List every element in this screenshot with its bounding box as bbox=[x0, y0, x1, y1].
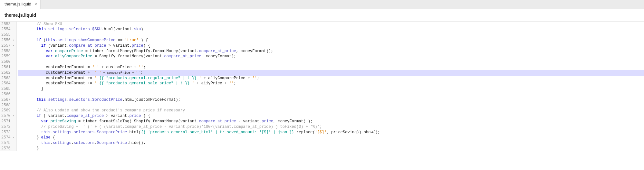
code-line[interactable]: customPriceFormat += ' ' + comparePrice … bbox=[18, 70, 644, 76]
gutter-line: 2571 bbox=[1, 119, 14, 124]
line-number: 2556 bbox=[1, 38, 11, 43]
code-line[interactable] bbox=[18, 92, 644, 97]
gutter-line: 2568 bbox=[1, 103, 14, 108]
gutter-line: 2566 bbox=[1, 92, 14, 97]
code-line[interactable]: if ( variant.compare_at_price > variant.… bbox=[18, 113, 644, 119]
line-number: 2553 bbox=[1, 22, 11, 27]
code-line[interactable] bbox=[18, 103, 644, 108]
line-number: 2576 bbox=[1, 146, 11, 151]
line-number: 2564 bbox=[1, 81, 11, 86]
code-line[interactable]: this.settings.selectors.$SKU.html(varian… bbox=[18, 27, 644, 32]
code-line[interactable]: if (variant.compare_at_price > variant.p… bbox=[18, 43, 644, 49]
code-line[interactable]: } bbox=[18, 146, 644, 151]
code-line[interactable]: this.settings.selectors.$productPrice.ht… bbox=[18, 97, 644, 103]
breadcrumb: theme.js.liquid bbox=[0, 9, 644, 22]
gutter-line: 2573 bbox=[1, 130, 14, 135]
code-line[interactable]: this.settings.selectors.$comparePrice.hi… bbox=[18, 140, 644, 146]
line-number: 2572 bbox=[1, 124, 11, 130]
code-line[interactable]: } else { bbox=[18, 135, 644, 140]
gutter-line: 2564 bbox=[1, 81, 14, 86]
tab-bar: theme.js.liquid × bbox=[0, 0, 644, 9]
line-number: 2565 bbox=[1, 86, 11, 92]
code-line[interactable]: var priceSaving = timber.formatSaleTag( … bbox=[18, 119, 644, 124]
line-number: 2559 bbox=[1, 54, 11, 59]
code-area[interactable]: // Show SKU this.settings.selectors.$SKU… bbox=[17, 22, 644, 151]
close-icon[interactable]: × bbox=[34, 1, 37, 8]
line-number: 2575 bbox=[1, 140, 11, 146]
gutter-line: 2563 bbox=[1, 76, 14, 81]
line-number: 2561 bbox=[1, 65, 11, 70]
gutter-line: 2576 bbox=[1, 146, 14, 151]
line-number: 2563 bbox=[1, 76, 11, 81]
line-number: 2567 bbox=[1, 97, 11, 103]
gutter-line: 2567 bbox=[1, 97, 14, 103]
code-line[interactable]: // Show SKU bbox=[18, 22, 644, 27]
gutter-line: 2555 bbox=[1, 32, 14, 38]
line-number: 2571 bbox=[1, 119, 11, 124]
code-line[interactable]: customPriceFormat += ' {{ "products.gene… bbox=[18, 81, 644, 86]
fold-icon[interactable]: ▾ bbox=[11, 43, 14, 49]
tab-label: theme.js.liquid bbox=[5, 1, 31, 7]
code-line[interactable]: this.settings.selectors.$comparePrice.ht… bbox=[18, 130, 644, 135]
gutter-line: 2560 bbox=[1, 59, 14, 65]
code-line[interactable]: // Also update and show the product's co… bbox=[18, 108, 644, 113]
gutter-line: 2574▾ bbox=[1, 135, 14, 140]
line-number: 2569 bbox=[1, 108, 11, 113]
line-number: 2558 bbox=[1, 49, 11, 54]
gutter-line: 2575 bbox=[1, 140, 14, 146]
gutter-line: 2557▾ bbox=[1, 43, 14, 49]
line-number: 2562 bbox=[1, 70, 11, 76]
gutter-line: 2561 bbox=[1, 65, 14, 70]
code-line[interactable]: if (this.settings.showComparePrice == 't… bbox=[18, 38, 644, 43]
code-line[interactable]: } bbox=[18, 86, 644, 92]
line-number: 2566 bbox=[1, 92, 11, 97]
gutter-line: 2558 bbox=[1, 49, 14, 54]
gutter-line: 2570▾ bbox=[1, 113, 14, 119]
code-line[interactable] bbox=[18, 32, 644, 38]
fold-icon[interactable]: ▾ bbox=[11, 113, 14, 119]
code-line[interactable]: // priceSaving += ' (' + ( (variant.comp… bbox=[18, 124, 644, 130]
fold-icon[interactable]: ▾ bbox=[11, 135, 14, 140]
gutter-line: 2556▾ bbox=[1, 38, 14, 43]
breadcrumb-label: theme.js.liquid bbox=[5, 13, 36, 18]
tab-theme-js-liquid[interactable]: theme.js.liquid × bbox=[0, 0, 41, 9]
gutter-line: 2565 bbox=[1, 86, 14, 92]
gutter-line: 2554 bbox=[1, 27, 14, 32]
line-number: 2570 bbox=[1, 113, 11, 119]
gutter-line: 2562 bbox=[1, 70, 14, 76]
code-editor[interactable]: 2553255425552556▾2557▾255825592560256125… bbox=[0, 22, 644, 151]
gutter-line: 2569 bbox=[1, 108, 14, 113]
line-number: 2574 bbox=[1, 135, 11, 140]
code-line[interactable]: customPriceFormat = ' ' + customPrice + … bbox=[18, 65, 644, 70]
code-line[interactable] bbox=[18, 59, 644, 65]
code-line[interactable]: customPriceFormat += ' {{ "products.gene… bbox=[18, 76, 644, 81]
gutter-line: 2553 bbox=[1, 22, 14, 27]
line-number: 2573 bbox=[1, 130, 11, 135]
code-line[interactable]: var a11yComparePrice = Shopify.formatMon… bbox=[18, 54, 644, 59]
gutter-line: 2572 bbox=[1, 124, 14, 130]
line-number: 2557 bbox=[1, 43, 11, 49]
fold-icon[interactable]: ▾ bbox=[11, 38, 14, 43]
gutter-line: 2559 bbox=[1, 54, 14, 59]
line-number: 2554 bbox=[1, 27, 11, 32]
line-number: 2555 bbox=[1, 32, 11, 38]
gutter: 2553255425552556▾2557▾255825592560256125… bbox=[0, 22, 17, 151]
line-number: 2560 bbox=[1, 59, 11, 65]
code-line[interactable]: var comparePrice = timber.formatMoney(Sh… bbox=[18, 49, 644, 54]
line-number: 2568 bbox=[1, 103, 11, 108]
